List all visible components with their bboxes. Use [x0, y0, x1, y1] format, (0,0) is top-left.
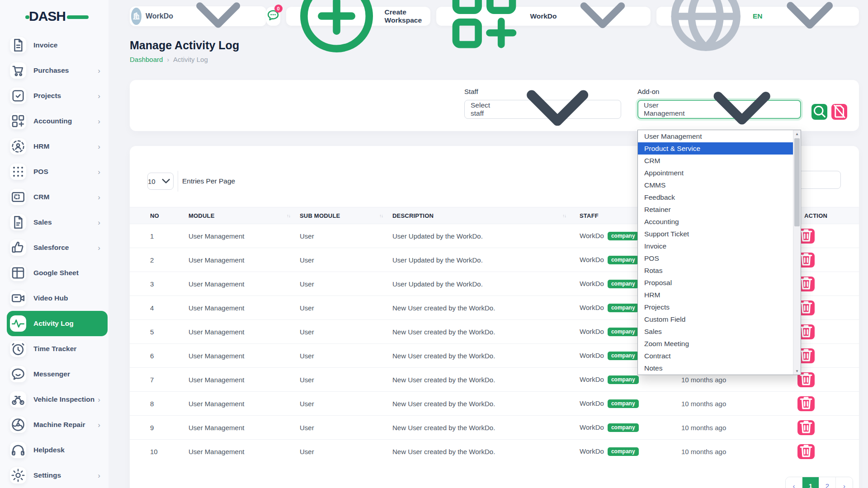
addon-option[interactable]: Product & Service — [638, 142, 793, 155]
sidebar-item-helpdesk[interactable]: Helpdesk — [7, 437, 108, 463]
sidebar-item-label: HRM — [33, 142, 49, 150]
row-module: User Management — [179, 256, 295, 264]
chevron-right-icon: › — [98, 396, 100, 404]
sidebar-item-messenger[interactable]: Messenger — [7, 361, 108, 387]
row-no: 1 — [130, 232, 179, 240]
dropdown-scrollbar[interactable]: ▲ ▼ — [793, 130, 801, 375]
sort-icon[interactable]: ↑↓ — [287, 213, 290, 218]
addon-options-list: User ManagementProduct & ServiceCRMAppoi… — [638, 130, 793, 375]
workspace-menu-button[interactable]: WorkDo — [436, 7, 650, 26]
entries-per-page-group: 10 Entries Per Page — [147, 171, 235, 192]
sidebar-item-activity-log[interactable]: Activity Log — [7, 311, 108, 336]
delete-button[interactable] — [797, 420, 815, 435]
addon-option[interactable]: Feedback — [638, 191, 793, 203]
entries-per-page-label: Entries Per Page — [182, 177, 235, 185]
pagination-prev-button[interactable]: ‹ — [786, 477, 802, 488]
sidebar-item-pos[interactable]: POS› — [7, 159, 108, 184]
reset-filter-button[interactable] — [831, 104, 847, 120]
sidebar-item-purchases[interactable]: Purchases› — [7, 58, 108, 83]
addon-option[interactable]: Support Ticket — [638, 228, 793, 240]
addon-option[interactable]: CMMS — [638, 179, 793, 191]
delete-button[interactable] — [797, 444, 815, 459]
sidebar-item-settings[interactable]: Settings› — [7, 463, 108, 488]
addon-option[interactable]: Contract — [638, 350, 793, 362]
sidebar-item-label: Messenger — [33, 370, 70, 378]
sidebar-item-sales[interactable]: Sales› — [7, 210, 108, 235]
projects-icon — [10, 88, 26, 104]
sidebar-item-label: Machine Repair — [33, 421, 85, 429]
table-row: 8User ManagementUserNew User created by … — [130, 392, 859, 416]
row-no: 10 — [130, 448, 179, 455]
sidebar-item-hrm[interactable]: HRM› — [7, 134, 108, 159]
delete-button[interactable] — [797, 396, 815, 411]
sidebar-item-machine-repair[interactable]: Machine Repair› — [7, 412, 108, 437]
sidebar-item-invoice[interactable]: Invoice — [7, 33, 108, 58]
scrollbar-thumb[interactable] — [794, 138, 800, 226]
chevron-right-icon: › — [98, 193, 100, 201]
language-selector[interactable]: EN — [656, 7, 859, 26]
addon-option[interactable]: Rotas — [638, 265, 793, 277]
chevron-right-icon: › — [98, 67, 100, 75]
sidebar-item-label: Settings — [33, 471, 61, 479]
pos-icon — [10, 164, 26, 180]
staff-select[interactable]: Select staff — [464, 100, 621, 119]
addon-dropdown-menu: User ManagementProduct & ServiceCRMAppoi… — [637, 130, 801, 375]
sort-icon[interactable]: ↑↓ — [379, 213, 383, 218]
sidebar-item-time-tracker[interactable]: Time Tracker — [7, 336, 108, 361]
addon-option[interactable]: Invoice — [638, 240, 793, 252]
row-no: 4 — [130, 304, 179, 312]
addon-option[interactable]: HRM — [638, 289, 793, 301]
scroll-up-icon[interactable]: ▲ — [793, 130, 801, 137]
scroll-down-icon[interactable]: ▼ — [793, 367, 801, 375]
sort-icon[interactable]: ↑↓ — [562, 213, 566, 218]
pagination: ‹ 1 2 › — [785, 477, 853, 488]
addon-select[interactable]: User Management — [637, 100, 801, 119]
logo-dot — [25, 15, 29, 19]
addon-option[interactable]: Accounting — [638, 216, 793, 228]
addon-option[interactable]: Retainer — [638, 203, 793, 216]
logo-dash-bar — [67, 15, 89, 19]
notifications-button[interactable]: 0 — [266, 7, 280, 26]
pagination-page-1[interactable]: 1 — [802, 477, 819, 488]
addon-option[interactable]: Custom Field — [638, 314, 793, 326]
addon-option[interactable]: Projects — [638, 301, 793, 314]
sidebar-item-vehicle-inspection[interactable]: Vehicle Inspection› — [7, 387, 108, 412]
create-workspace-button[interactable]: Create Workspace — [286, 7, 431, 26]
row-sub-module: User — [295, 328, 387, 336]
addon-option[interactable]: User Management — [638, 130, 793, 142]
sidebar-item-label: CRM — [33, 193, 49, 201]
sidebar-item-salesforce[interactable]: Salesforce› — [7, 235, 108, 260]
row-sub-module: User — [295, 256, 387, 264]
addon-option[interactable]: Zoom Meeting — [638, 338, 793, 350]
workspace-selector[interactable]: WorkDo — [130, 6, 266, 26]
addon-option[interactable]: Sales — [638, 326, 793, 338]
sidebar-item-crm[interactable]: CRM› — [7, 184, 108, 210]
addon-option[interactable]: CRM — [638, 155, 793, 167]
addon-option[interactable]: Notes — [638, 362, 793, 375]
messenger-icon — [10, 366, 26, 382]
purchases-icon — [10, 62, 26, 79]
sidebar-item-label: Purchases — [33, 66, 69, 75]
breadcrumb-dashboard-link[interactable]: Dashboard — [130, 56, 163, 63]
sidebar-item-label: Time Tracker — [33, 345, 76, 353]
sidebar-item-video-hub[interactable]: Video Hub — [7, 286, 108, 311]
search-button[interactable] — [811, 104, 827, 120]
app-logo[interactable]: DASH — [0, 0, 108, 33]
entries-per-page-select[interactable]: 10 — [147, 173, 174, 190]
row-description: New User created by the WorkDo. — [387, 400, 571, 408]
row-sub-module: User — [295, 352, 387, 360]
addon-option[interactable]: Proposal — [638, 277, 793, 289]
addon-option[interactable]: Appointment — [638, 167, 793, 179]
logo-text: DASH — [29, 9, 66, 24]
sidebar-item-google-sheet[interactable]: Google Sheet — [7, 260, 108, 286]
pagination-next-button[interactable]: › — [836, 477, 853, 488]
sidebar-item-accounting[interactable]: Accounting› — [7, 108, 108, 134]
pagination-page-2[interactable]: 2 — [819, 477, 836, 488]
addon-option[interactable]: POS — [638, 252, 793, 264]
row-description: New User created by the WorkDo. — [387, 424, 571, 432]
chevron-down-icon — [561, 0, 644, 58]
notification-badge: 0 — [274, 5, 283, 13]
settings-icon — [10, 467, 26, 483]
row-date: 10 months ago — [672, 376, 783, 384]
sidebar-item-projects[interactable]: Projects› — [7, 83, 108, 108]
